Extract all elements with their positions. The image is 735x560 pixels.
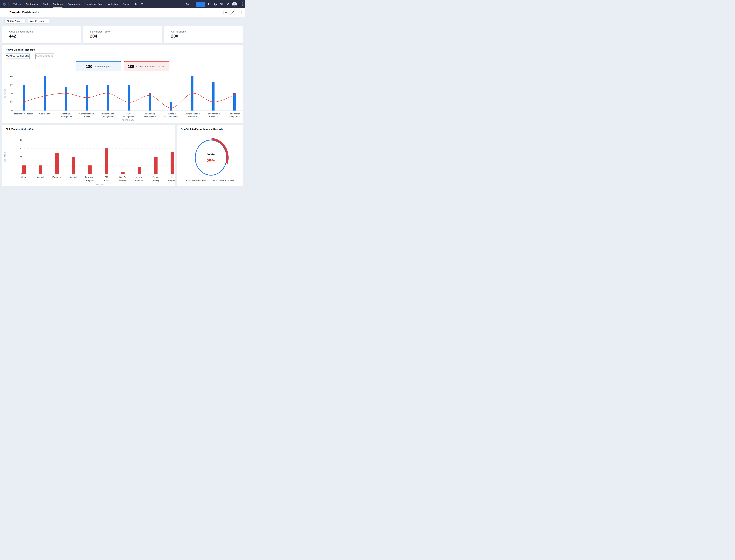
blueprint-records-title: Active Blueprint Records <box>2 45 243 51</box>
nav-item-knowledge-base[interactable]: Knowledge Base <box>82 0 106 8</box>
kpi-row: Active Blueprint Tickets442Sla Violated … <box>2 26 243 43</box>
svg-text:Careermanagement: Careermanagement <box>123 113 135 118</box>
nav-item-chat[interactable]: Chat <box>40 0 50 8</box>
legend-item-20-violations-25[interactable]: 20 Violations 25% <box>186 179 206 182</box>
badge-label: Active Blueprint <box>94 65 111 68</box>
collapse-button[interactable] <box>230 10 235 15</box>
kpi-value: 442 <box>9 34 81 39</box>
portal-dropdown[interactable]: zPad <box>185 3 192 5</box>
svg-text:ApproveRejected: ApproveRejected <box>135 176 143 182</box>
apps-grid-icon[interactable] <box>240 2 242 6</box>
feeds-icon[interactable] <box>214 2 217 6</box>
nav-item-community[interactable]: Community <box>65 0 82 8</box>
svg-text:LeadershipDevelopment: LeadershipDevelopment <box>144 113 156 118</box>
chevron-down-icon <box>22 21 23 21</box>
kpi-value: 200 <box>171 34 243 39</box>
svg-text:Escalated: Escalated <box>52 176 61 178</box>
badge-label: State SLA Overdue Records <box>136 65 165 68</box>
plus-icon: + <box>196 2 202 7</box>
nav-item-customers[interactable]: Customers <box>23 0 40 8</box>
bottom-row: SLA Violated States (89) 010203040OpenCl… <box>2 125 243 186</box>
svg-text:Recruitment Process: Recruitment Process <box>14 113 33 115</box>
kpi-label: All Transitions <box>171 30 243 33</box>
kpi-label: Active Blueprint Tickets <box>9 30 81 33</box>
kpi-card-sla-violated-tickets: Sla Violated Tickets204 <box>83 26 162 43</box>
legend-dot <box>213 180 214 181</box>
portal-label: zPad <box>185 3 190 5</box>
zoho-desk-logo-icon[interactable] <box>2 2 6 6</box>
svg-text:STATES: STATES <box>96 184 103 185</box>
svg-text:PMTickets: PMTickets <box>103 176 110 182</box>
quick-add-caret[interactable] <box>202 2 205 7</box>
svg-text:Bug FixPending: Bug FixPending <box>119 176 127 182</box>
svg-text:Closed: Closed <box>70 176 76 178</box>
svg-text:Compensation &Benifits: Compensation &Benifits <box>79 113 95 118</box>
svg-text:0: 0 <box>11 109 13 112</box>
kpi-value: 204 <box>90 34 162 39</box>
sla-adherence-donut[interactable]: Violated25% <box>177 133 243 181</box>
blueprint-records-card: Active Blueprint Records COMPLETED RECOR… <box>2 45 243 123</box>
svg-text:30: 30 <box>20 147 22 150</box>
legend-item-60-adherence-75[interactable]: 60 Adherence 75% <box>213 179 234 182</box>
chevron-down-icon <box>191 4 192 5</box>
settings-gear-icon[interactable] <box>226 3 229 6</box>
nav-item-analytics[interactable]: Analytics <box>50 0 65 8</box>
svg-text:0: 0 <box>21 173 22 175</box>
svg-text:10: 10 <box>10 101 13 103</box>
more-options-button[interactable] <box>223 10 228 15</box>
record-badges: 180Active Blueprint180State SLA Overdue … <box>2 61 243 71</box>
svg-text:10: 10 <box>20 164 22 167</box>
top-navbar: TicketsCustomersChatAnalyticsCommunityKn… <box>0 0 245 8</box>
blueprint-records-chart[interactable]: 010203040Recruitment ProcessGoal Setting… <box>2 71 243 122</box>
search-icon[interactable] <box>208 3 211 6</box>
badge-active-blueprint: 180Active Blueprint <box>76 61 121 71</box>
svg-text:20: 20 <box>20 156 22 158</box>
nav-item-social[interactable]: Social <box>120 0 132 8</box>
nav-item-activities[interactable]: Activities <box>106 0 120 8</box>
user-avatar[interactable] <box>232 2 237 7</box>
svg-text:20: 20 <box>10 92 13 95</box>
svg-text:Compensation &Benefits 2: Compensation &Benefits 2 <box>185 113 200 118</box>
kpi-card-active-blueprint-tickets: Active Blueprint Tickets442 <box>2 26 81 43</box>
svg-text:Training &Development: Training &Development <box>60 113 72 118</box>
filter-chip-label: All BluePrints <box>7 20 21 22</box>
badge-value: 180 <box>86 64 92 69</box>
legend-label: 20 Violations 25% <box>188 179 206 182</box>
filter-chip-all-blueprints[interactable]: All BluePrints <box>4 19 25 23</box>
badge-value: 180 <box>128 64 134 69</box>
donut-legend: 20 Violations 25%60 Adherence 75% <box>177 179 243 182</box>
svg-text:Violated: Violated <box>205 153 216 156</box>
filter-bar: All BluePrintsLast 24 Hours <box>0 17 245 25</box>
online-status-dot <box>235 5 237 7</box>
svg-text:PerformanceManagement 2: PerformanceManagement 2 <box>228 113 241 118</box>
page-header: Blueprint Dashboard <box>0 8 245 17</box>
sla-states-chart[interactable]: 010203040OpenClosedEscalatedClosedDevelo… <box>2 133 175 186</box>
svg-text:PartnerTraining: PartnerTraining <box>152 176 159 182</box>
back-button[interactable] <box>3 10 8 14</box>
svg-text:30: 30 <box>10 84 13 86</box>
svg-text:RECORDS: RECORDS <box>4 88 6 98</box>
filter-chip-last-24-hours[interactable]: Last 24 Hours <box>28 19 49 23</box>
games-icon[interactable] <box>220 3 223 6</box>
filter-chip-label: Last 24 Hours <box>30 20 44 22</box>
info-button[interactable] <box>237 10 241 15</box>
nav-item-im[interactable]: IM <box>132 0 140 8</box>
sla-violated-states-card: SLA Violated States (89) 010203040OpenCl… <box>2 125 175 186</box>
record-tabs: COMPLETED RECORDACTIVE RECORD <box>2 54 243 59</box>
quick-add-button[interactable]: + <box>196 2 205 7</box>
legend-dot <box>186 180 187 181</box>
nav-more-menu-icon[interactable] <box>141 3 143 5</box>
svg-text:25%: 25% <box>207 159 215 163</box>
legend-label: 60 Adherence 75% <box>216 179 234 182</box>
tab-completed-record[interactable]: COMPLETED RECORD <box>6 54 30 59</box>
nav-item-tickets[interactable]: Tickets <box>11 0 23 8</box>
svg-text:VIOLATED: VIOLATED <box>4 152 6 162</box>
nav-items: TicketsCustomersChatAnalyticsCommunityKn… <box>11 0 140 8</box>
tab-active-record[interactable]: ACTIVE RECORD <box>35 54 54 59</box>
sla-adherence-card: SLA Violated Vs Adherence Records Violat… <box>177 125 243 186</box>
badge-state-sla-overdue-records: 180State SLA Overdue Records <box>124 61 169 71</box>
dashboard-switcher-caret[interactable] <box>38 12 39 13</box>
header-actions <box>223 10 241 15</box>
svg-text:Performance &Benifits 2: Performance &Benifits 2 <box>206 113 220 118</box>
svg-text:Performancemanagement: Performancemanagement <box>102 113 114 118</box>
